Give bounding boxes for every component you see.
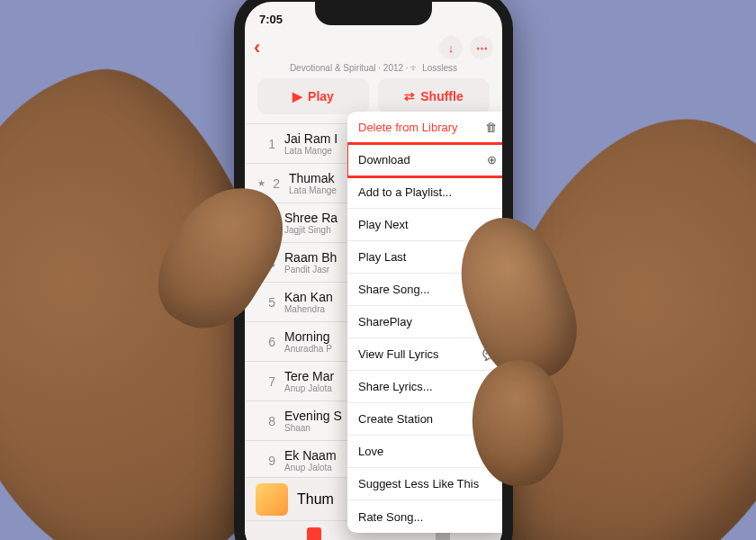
menu-label: Rate Song... — [358, 510, 423, 524]
track-title: Raam Bh — [284, 250, 337, 265]
nav-bar: ‹ ↓ ⋯ — [245, 32, 502, 63]
menu-suggest-less[interactable]: Suggest Less Like This — [347, 468, 508, 500]
tab-listen-now[interactable]: Listen Now — [296, 527, 332, 541]
menu-label: Play Next — [358, 218, 409, 231]
track-title: Evening S — [284, 409, 342, 423]
play-button[interactable]: ▶ Play — [257, 78, 369, 114]
notch — [315, 2, 432, 25]
now-playing-title: Thum — [297, 491, 334, 508]
menu-label: Download — [358, 153, 410, 166]
menu-download[interactable]: Download ⊕ — [347, 144, 508, 176]
track-number: 6 — [257, 335, 275, 349]
download-circle-icon: ⊕ — [487, 153, 497, 166]
track-number: 7 — [257, 374, 275, 389]
track-title: Ek Naam — [284, 448, 337, 463]
menu-label: Share Lyrics... — [358, 380, 433, 393]
track-title: Kan Kan — [284, 290, 333, 304]
track-title: Morning — [284, 329, 332, 344]
menu-label: Add to a Playlist... — [358, 185, 452, 199]
track-number: 5 — [257, 295, 275, 310]
trash-icon: 🗑 — [485, 121, 497, 134]
menu-label: View Full Lyrics — [358, 347, 439, 361]
menu-label: Love — [358, 445, 383, 458]
download-button[interactable]: ↓ — [439, 36, 463, 59]
menu-delete-from-library[interactable]: Delete from Library 🗑 — [347, 112, 508, 144]
more-button[interactable]: ⋯ — [470, 36, 493, 59]
menu-rate-song[interactable]: Rate Song... — [347, 500, 508, 533]
album-meta: Devotional & Spiritual · 2012 · ᯤ Lossle… — [245, 63, 502, 73]
shuffle-icon: ⇄ — [404, 89, 415, 104]
menu-label: Suggest Less Like This — [358, 477, 479, 490]
track-title: Jai Ram I — [284, 131, 338, 146]
menu-label: Delete from Library — [358, 121, 458, 134]
menu-label: SharePlay — [358, 315, 412, 328]
track-number: 2 — [267, 176, 280, 191]
track-artist: Anup Jalota — [284, 383, 334, 393]
track-artist: Anup Jalota — [284, 463, 337, 472]
menu-label: Play Last — [358, 250, 406, 264]
play-label: Play — [308, 89, 334, 104]
back-button[interactable]: ‹ — [254, 36, 260, 59]
track-title: Shree Ra — [284, 211, 338, 225]
track-artist: Shaan — [284, 423, 342, 433]
track-number: 9 — [257, 454, 275, 468]
menu-add-to-playlist[interactable]: Add to a Playlist... — [347, 176, 508, 209]
now-playing-art — [256, 483, 288, 516]
track-number: 8 — [257, 414, 275, 428]
track-artist: Lata Mange — [284, 146, 338, 156]
track-artist: Anuradha P — [284, 344, 332, 354]
track-title: Tere Mar — [284, 369, 334, 383]
track-number: 1 — [257, 137, 275, 151]
status-time: 7:05 — [259, 13, 283, 26]
shuffle-button[interactable]: ⇄ Shuffle — [378, 78, 490, 114]
listen-now-icon — [307, 527, 321, 541]
menu-label: Share Song... — [358, 283, 430, 296]
track-artist: Jagjit Singh — [284, 225, 338, 235]
track-artist: Mahendra — [284, 304, 333, 314]
track-artist: Lata Mange — [289, 185, 337, 195]
shuffle-label: Shuffle — [420, 89, 463, 104]
menu-label: Create Station — [358, 412, 433, 426]
track-title: Thumak — [289, 171, 337, 185]
star-icon: ★ — [257, 178, 266, 188]
play-icon: ▶ — [292, 89, 302, 104]
track-artist: Pandit Jasr — [284, 265, 337, 274]
